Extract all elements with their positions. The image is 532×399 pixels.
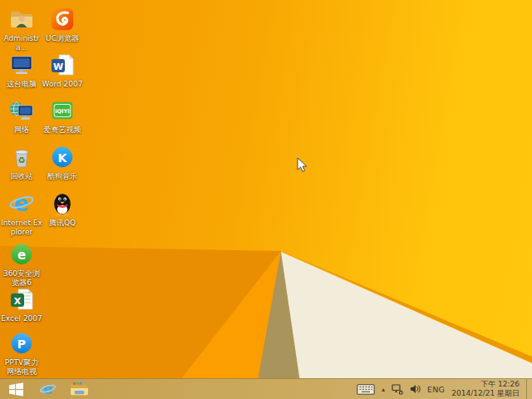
taskbar-left: e	[0, 379, 89, 399]
network-icon	[7, 96, 36, 125]
excel-glyph-letter: X	[14, 296, 22, 307]
desktop-icon-qq[interactable]: 腾讯QQ	[41, 190, 84, 228]
clock-date: 2014/12/21 星期日	[451, 389, 520, 398]
desktop-icon-pptv[interactable]: P PPTV聚力 网络电视	[0, 329, 43, 377]
start-button[interactable]	[6, 379, 26, 399]
kugou-glyph-letter: K	[58, 151, 68, 165]
desktop-icon-label: UC浏览器	[41, 34, 84, 43]
system-tray: ▴ ENG 下午 12:26 2014/12/21 星期日	[357, 379, 532, 399]
recycle-bin-icon: ♻	[7, 143, 36, 171]
desktop-icon-label: 网络	[0, 126, 43, 135]
desktop-icon-recycle-bin[interactable]: ♻ 回收站	[0, 143, 43, 181]
show-hidden-icons-caret[interactable]: ▴	[382, 386, 385, 393]
word-icon: W	[48, 51, 76, 79]
desktop-icon-label: PPTV聚力 网络电视	[0, 358, 43, 377]
desktop-icon-kugou[interactable]: K 酷狗音乐	[41, 143, 84, 181]
desktop-icon-label: 爱奇艺视频	[41, 126, 84, 135]
360-glyph-letter: e	[17, 248, 26, 263]
desktop-icon-360-browser[interactable]: e 360安全浏览器6	[0, 240, 43, 288]
desktop-icon-label: 腾讯QQ	[41, 219, 84, 228]
desktop: Administra... UC浏览器 这台电脑	[0, 0, 532, 399]
svg-text:e: e	[42, 381, 52, 397]
desktop-icon-label: 回收站	[0, 172, 43, 181]
desktop-icon-label: 酷狗音乐	[41, 172, 84, 181]
desktop-icon-label: 这台电脑	[0, 80, 43, 89]
computer-icon	[7, 51, 36, 79]
word-glyph-letter: W	[53, 62, 63, 72]
desktop-icon-word[interactable]: W Word 2007	[41, 51, 84, 89]
kugou-music-icon: K	[48, 143, 76, 171]
internet-explorer-icon: e	[39, 381, 57, 398]
language-indicator[interactable]: ENG	[427, 385, 445, 394]
volume-icon[interactable]	[410, 384, 421, 394]
taskbar-ie-button[interactable]: e	[37, 379, 57, 399]
desktop-icon-uc-browser[interactable]: UC浏览器	[41, 5, 84, 43]
touch-keyboard-icon[interactable]	[357, 384, 375, 395]
desktop-icon-administrator[interactable]: Administra...	[0, 5, 43, 52]
desktop-icon-label: Word 2007	[41, 80, 84, 89]
uc-browser-icon	[48, 5, 76, 33]
desktop-icon-iqiyi[interactable]: iQIYI 爱奇艺视频	[41, 96, 84, 135]
desktop-icon-this-pc[interactable]: 这台电脑	[0, 51, 43, 89]
desktop-icon-label: Administra...	[0, 34, 43, 52]
file-explorer-icon	[70, 382, 89, 397]
desktop-icon-label: Internet Explorer	[0, 219, 43, 237]
taskbar-clock[interactable]: 下午 12:26 2014/12/21 星期日	[451, 380, 520, 398]
network-status-icon[interactable]	[392, 384, 403, 395]
pptv-icon: P	[7, 329, 36, 357]
qq-penguin-icon	[48, 190, 76, 218]
desktop-icon-label: Excel 2007	[0, 314, 43, 323]
excel-icon: X	[7, 285, 36, 313]
windows-logo-icon	[8, 382, 24, 397]
show-desktop-button[interactable]	[526, 379, 530, 399]
iqiyi-icon: iQIYI	[48, 96, 76, 125]
pptv-glyph-letter: P	[17, 337, 26, 351]
clock-time: 下午 12:26	[480, 380, 520, 389]
recycle-glyph: ♻	[18, 155, 26, 165]
internet-explorer-icon: e	[7, 190, 36, 218]
desktop-icon-excel[interactable]: X Excel 2007	[0, 285, 43, 323]
ie-glyph-letter: e	[14, 191, 29, 216]
desktop-icon-network[interactable]: 网络	[0, 96, 43, 135]
taskbar-file-explorer-button[interactable]	[69, 379, 89, 399]
360-browser-icon: e	[7, 240, 36, 268]
taskbar: e ▴	[0, 378, 532, 399]
iqiyi-glyph-text: iQIYI	[55, 108, 69, 115]
desktop-icon-internet-explorer[interactable]: e Internet Explorer	[0, 190, 43, 237]
user-folder-icon	[7, 5, 36, 33]
